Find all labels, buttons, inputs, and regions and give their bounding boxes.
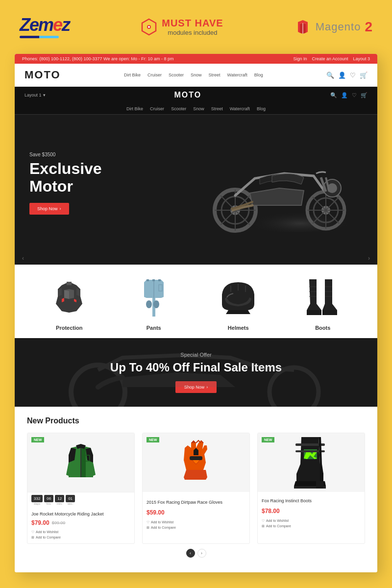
- product-old-price-1: $99.00: [52, 520, 66, 525]
- nav-watercraft[interactable]: Watercraft: [227, 73, 247, 77]
- card-wrapper: Phones: (800) 100-1122, (800) 100-3377 W…: [0, 54, 392, 587]
- user-icon[interactable]: 👤: [338, 72, 346, 79]
- compare-btn-2[interactable]: ⊞ Add to Compare: [147, 526, 245, 530]
- product-actions-2: ♡ Add to Wishlist ⊞ Add to Compare: [143, 520, 249, 534]
- product-badge-1: NEW: [31, 437, 44, 442]
- products-grid: NEW: [27, 433, 365, 544]
- hero-nav-snow[interactable]: Snow: [193, 106, 204, 111]
- wishlist-btn-3[interactable]: ♡ Add to Wishlist: [262, 519, 361, 523]
- arrow-right-icon: ›: [60, 206, 61, 211]
- compare-btn-1[interactable]: ⊞ Add to Compare: [31, 536, 130, 539]
- protection-label: Protection: [56, 325, 82, 331]
- product-pagination: ‹ ›: [27, 544, 365, 563]
- hero-user-icon[interactable]: 👤: [341, 92, 348, 98]
- chevron-down-icon: ▾: [43, 93, 46, 98]
- compare-btn-3[interactable]: ⊞ Add to Compare: [262, 524, 361, 528]
- create-account-link[interactable]: Create an Account: [312, 56, 348, 61]
- wishlist-icon-1: ♡: [31, 530, 34, 534]
- sign-in-link[interactable]: Sign In: [293, 56, 307, 61]
- zemes-text-2: em: [29, 15, 53, 35]
- hero-cart-icon[interactable]: 🛒: [361, 92, 368, 98]
- wishlist-icon-2: ♡: [147, 520, 149, 524]
- main-card: Phones: (800) 100-1122, (800) 100-3377 W…: [15, 54, 377, 572]
- category-helmets[interactable]: Helmets: [214, 277, 263, 331]
- hero-logo: MOTO: [174, 91, 201, 99]
- hero-search-icon[interactable]: 🔍: [330, 92, 337, 98]
- timer-secs-1: 01: [66, 495, 75, 502]
- magento-text: Magento: [316, 21, 361, 33]
- hero-nav-cruiser[interactable]: Cruiser: [150, 106, 164, 111]
- hero-cta-button[interactable]: Shop Now ›: [29, 203, 69, 215]
- store-header-icons: 🔍 👤 ♡ 🛒: [326, 72, 368, 79]
- hero-nav-street[interactable]: Street: [211, 106, 223, 111]
- svg-point-2: [148, 26, 150, 28]
- compare-icon-3: ⊞: [262, 524, 265, 528]
- hero-title-line1: Exclusive: [29, 160, 102, 177]
- store-topbar: Phones: (800) 100-1122, (800) 100-3377 W…: [15, 54, 377, 64]
- hero-nav-scooter[interactable]: Scooter: [171, 106, 186, 111]
- svg-point-3: [230, 203, 358, 232]
- product-info-gloves: 2015 Fox Racing Dirtpaw Race Gloves $59.…: [143, 496, 249, 520]
- hero-section: Layout 1 ▾ MOTO 🔍 👤 ♡ 🛒 Dirt Bike Cruise…: [15, 87, 377, 265]
- zemes-text-1: Z: [20, 15, 29, 35]
- next-page[interactable]: ›: [197, 549, 206, 558]
- store-contact-info: Phones: (800) 100-1122, (800) 100-3377 W…: [22, 56, 174, 61]
- zemes-text-4: z: [62, 15, 70, 35]
- category-pants[interactable]: Pants: [129, 277, 178, 331]
- cart-icon[interactable]: 🛒: [360, 72, 368, 79]
- nav-scooter[interactable]: Scooter: [169, 73, 184, 77]
- svg-rect-41: [190, 456, 202, 460]
- zemes-underline: [20, 36, 59, 38]
- hero-layout-btn[interactable]: Layout 1 ▾: [24, 93, 46, 98]
- product-actions-1: ♡ Add to Wishlist ⊞ Add to Compare: [27, 530, 134, 543]
- categories-section: Protection: [15, 265, 377, 338]
- product-badge-2: NEW: [147, 437, 159, 442]
- promo-banner: Special Offer Up To 40% Off Final Sale I…: [15, 338, 377, 407]
- hero-content: Save $3500 Exclusive Motor Shop Now ›: [15, 115, 377, 252]
- zemes-logo[interactable]: Zemez: [20, 16, 70, 38]
- wishlist-btn-2[interactable]: ♡ Add to Wishlist: [147, 520, 245, 524]
- wishlist-icon[interactable]: ♡: [350, 72, 356, 79]
- compare-icon-1: ⊞: [31, 536, 34, 539]
- layout-selector[interactable]: Layout 3: [353, 56, 370, 61]
- store-header: MOTO Dirt Bike Cruiser Scooter Snow Stre…: [15, 64, 377, 87]
- hero-subnav: Dirt Bike Cruiser Scooter Snow Street Wa…: [15, 103, 377, 115]
- timer-hours-1: 06: [44, 495, 53, 502]
- prev-page[interactable]: ‹: [186, 549, 195, 558]
- magento-logo: Magento 2: [294, 18, 372, 36]
- boots-image: [298, 277, 347, 321]
- product-name-3: Fox Racing Instinct Boots: [262, 498, 361, 504]
- product-name-1: Joe Rocket Motorcycle Riding Jacket: [31, 512, 130, 517]
- category-protection[interactable]: Protection: [45, 277, 94, 331]
- hero-nav-watercraft[interactable]: Watercraft: [230, 106, 250, 111]
- protection-image: [45, 277, 94, 321]
- hero-nav-dirtbike[interactable]: Dirt Bike: [126, 106, 143, 111]
- product-info-jacket: Joe Rocket Motorcycle Riding Jacket $79.…: [27, 508, 134, 530]
- magento-icon: [294, 18, 312, 36]
- wishlist-icon-3: ♡: [262, 519, 265, 523]
- nav-cruiser[interactable]: Cruiser: [147, 73, 162, 77]
- timer-days-1: 332: [31, 495, 43, 502]
- prev-arrow[interactable]: ‹: [22, 255, 24, 262]
- hero-arrows: ‹ ›: [15, 252, 377, 265]
- hero-nav-blog[interactable]: Blog: [257, 106, 266, 111]
- new-products-section: New Products NEW: [15, 407, 377, 572]
- category-boots[interactable]: Boots: [298, 277, 347, 331]
- product-card-jacket: NEW: [27, 433, 135, 544]
- search-icon[interactable]: 🔍: [326, 72, 334, 79]
- product-info-boots: Fox Racing Instinct Boots $78.00: [258, 494, 365, 519]
- nav-snow[interactable]: Snow: [191, 73, 202, 77]
- svg-point-26: [146, 300, 152, 308]
- product-card-gloves: NEW: [142, 433, 250, 544]
- hero-wishlist-icon[interactable]: ♡: [352, 92, 357, 98]
- nav-dirtbike[interactable]: Dirt Bike: [124, 73, 141, 77]
- wishlist-btn-1[interactable]: ♡ Add to Wishlist: [31, 530, 130, 534]
- nav-blog[interactable]: Blog: [254, 73, 263, 77]
- hero-text-block: Save $3500 Exclusive Motor Shop Now ›: [29, 152, 196, 214]
- nav-street[interactable]: Street: [208, 73, 220, 77]
- hero-header-icons: 🔍 👤 ♡ 🛒: [330, 92, 368, 98]
- next-arrow[interactable]: ›: [368, 255, 370, 262]
- pants-label: Pants: [147, 325, 161, 331]
- must-have-badge: MUST HAVE modules included: [140, 18, 223, 36]
- product-badge-3: NEW: [262, 437, 274, 442]
